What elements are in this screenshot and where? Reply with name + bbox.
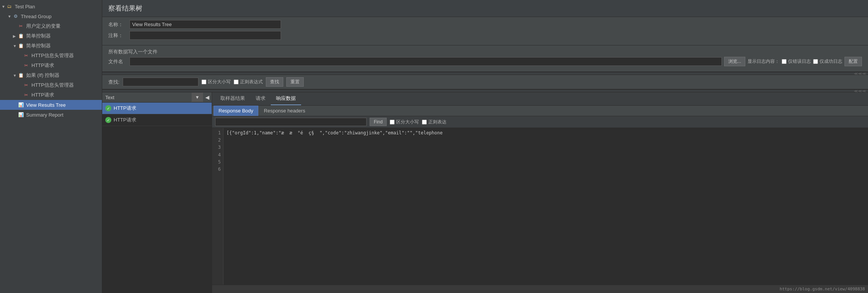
sidebar-item-thread-group[interactable]: ▼ ⚙ Thread Group: [0, 11, 102, 21]
request-item[interactable]: ✓ HTTP请求: [102, 114, 212, 126]
sidebar-item-simple-ctrl-1[interactable]: ▶ 📋 简单控制器: [0, 31, 102, 41]
sub-tab-response-headers[interactable]: Response headers: [259, 106, 310, 116]
sidebar-item-http-req-2[interactable]: ✂ HTTP请求: [0, 90, 102, 100]
tab-response-data[interactable]: 响应数据: [271, 92, 301, 105]
sidebar-item-http-header-1[interactable]: ✂ HTTP信息头管理器: [0, 51, 102, 61]
sidebar-item-label: HTTP信息头管理器: [31, 52, 74, 59]
name-label: 名称：: [108, 21, 127, 28]
dropdown-row: Text HTML JSON XML ▼ ◀: [102, 92, 212, 103]
http-req-icon: ✂: [23, 92, 30, 98]
file-label: 文件名: [108, 58, 127, 65]
log-label: 显示日志内容：: [748, 58, 779, 65]
arrow-icon: [13, 113, 17, 117]
file-input[interactable]: [130, 57, 722, 66]
arrow-icon: [18, 64, 23, 68]
arrow-icon: ▶: [13, 34, 17, 38]
request-list: ✓ HTTP请求 ✓ HTTP请求: [102, 103, 212, 293]
response-case-checkbox[interactable]: [390, 120, 395, 125]
response-content[interactable]: [{"orgId":1,"name":"æ æ °é ç§ ","code":"…: [223, 128, 868, 285]
browse-button[interactable]: 浏览...: [724, 57, 745, 66]
results-area: Text HTML JSON XML ▼ ◀ ✓ HTTP请求 ✓ HTTP请求: [102, 92, 868, 293]
status-bar-text: https://blog.gsdm.net/view/4098838: [780, 287, 865, 291]
request-name: HTTP请求: [114, 105, 136, 112]
sidebar-item-label: 简单控制器: [26, 33, 51, 39]
search-label: 查找:: [108, 79, 120, 86]
sidebar-item-label: Summary Report: [26, 112, 63, 118]
response-case-label[interactable]: 区分大小写: [396, 119, 419, 125]
response-body: 1 2 3 4 5 6 [{"orgId":1,"name":"æ æ °é ç…: [212, 128, 868, 285]
error-log-label[interactable]: 仅错误日志: [788, 58, 811, 65]
arrow-icon: ▼: [13, 73, 17, 78]
sidebar-item-user-vars[interactable]: ✂ 用户定义的变量: [0, 21, 102, 31]
sub-tab-response-body[interactable]: Response Body: [214, 106, 258, 116]
response-find-button[interactable]: Find: [370, 118, 387, 126]
dropdown-arrow-button[interactable]: ▼: [192, 93, 203, 102]
sidebar-item-test-plan[interactable]: ▼ 🗂 Test Plan: [0, 2, 102, 11]
status-ok-icon: ✓: [105, 117, 111, 123]
divider-bar-1: ≪≪≪: [102, 72, 868, 75]
regex-label[interactable]: 正则表达式: [240, 79, 263, 85]
error-log-checkbox[interactable]: [782, 59, 787, 64]
sidebar-item-label: View Results Tree: [26, 102, 66, 108]
arrow-icon: ▼: [2, 5, 6, 9]
line-num: 4: [214, 151, 221, 159]
regex-checkbox[interactable]: [234, 79, 239, 84]
sidebar-item-summary-report[interactable]: 📊 Summary Report: [0, 110, 102, 120]
line-num: 2: [214, 137, 221, 144]
case-sensitive-checkbox[interactable]: [201, 79, 206, 84]
request-name: HTTP请求: [114, 117, 136, 123]
results-icon: 📊: [17, 101, 24, 108]
arrow-icon: ▼: [13, 44, 17, 48]
sidebar-item-http-header-2[interactable]: ✂ HTTP信息头管理器: [0, 80, 102, 90]
tab-request[interactable]: 请求: [250, 92, 271, 105]
success-log-checkbox[interactable]: [813, 59, 818, 64]
arrow-icon: [13, 24, 17, 28]
line-num: 6: [214, 166, 221, 173]
form-section: 名称： 注释：: [102, 17, 868, 45]
arrow-icon: [18, 93, 23, 97]
sidebar-item-label: Thread Group: [21, 14, 52, 19]
results-left-panel: Text HTML JSON XML ▼ ◀ ✓ HTTP请求 ✓ HTTP请求: [102, 92, 212, 293]
find-button[interactable]: 查找: [266, 77, 283, 87]
main-panel: 察看结果树 名称： 注释： 所有数据写入一个文件 文件名 浏览... 显示日志内…: [102, 0, 868, 293]
sub-tab-bar: Response Body Response headers: [212, 106, 868, 116]
arrow-icon: [13, 103, 17, 107]
line-num: 5: [214, 159, 221, 166]
tab-sampler-results[interactable]: 取样器结果: [215, 92, 250, 105]
scissors-icon: ✂: [17, 23, 24, 30]
success-log-label[interactable]: 仅成功日志: [820, 58, 842, 65]
sidebar-item-label: HTTP请求: [31, 62, 54, 69]
line-numbers: 1 2 3 4 5 6: [212, 128, 223, 285]
response-regex-checkbox[interactable]: [422, 120, 427, 125]
plan-icon: 🗂: [6, 3, 13, 10]
sidebar-item-label: HTTP请求: [31, 92, 54, 98]
config-button[interactable]: 配置: [845, 57, 862, 66]
arrow-icon: [18, 83, 23, 87]
collapse-button[interactable]: ◀: [203, 92, 212, 102]
sidebar-item-view-results[interactable]: 📊 View Results Tree: [0, 100, 102, 110]
results-right-panel: 取样器结果 请求 响应数据 Response Body Response hea…: [212, 92, 868, 293]
file-section: 所有数据写入一个文件 文件名 浏览... 显示日志内容： 仅错误日志 仅成功日志…: [102, 45, 868, 72]
divider-bar-2: ≪≪≪: [102, 89, 868, 92]
status-ok-icon: ✓: [105, 105, 111, 111]
comment-input[interactable]: [130, 31, 281, 40]
sidebar: ▼ 🗂 Test Plan ▼ ⚙ Thread Group ✂ 用户定义的变量…: [0, 0, 102, 293]
sidebar-item-label: 如果 (If) 控制器: [26, 72, 59, 79]
response-search-input[interactable]: [215, 118, 367, 126]
sidebar-item-http-req-1[interactable]: ✂ HTTP请求: [0, 61, 102, 70]
search-section: 查找: 区分大小写 正则表达式 查找 重置: [102, 75, 868, 89]
view-type-select[interactable]: Text HTML JSON XML: [102, 93, 192, 102]
case-sensitive-label[interactable]: 区分大小写: [208, 79, 231, 85]
status-bar: https://blog.gsdm.net/view/4098838: [212, 285, 868, 293]
response-search-bar: Find 区分大小写 正则表达: [212, 116, 868, 128]
response-regex-label[interactable]: 正则表达: [428, 119, 446, 125]
search-input[interactable]: [123, 78, 198, 86]
sidebar-item-if-ctrl[interactable]: ▼ 📋 如果 (If) 控制器: [0, 70, 102, 80]
gear-icon: ⚙: [12, 13, 19, 20]
reset-button[interactable]: 重置: [286, 77, 304, 87]
request-item[interactable]: ✓ HTTP请求: [102, 103, 212, 114]
sidebar-item-simple-ctrl-2[interactable]: ▼ 📋 简单控制器: [0, 41, 102, 51]
if-ctrl-icon: 📋: [17, 72, 24, 79]
sidebar-item-label: HTTP信息头管理器: [31, 82, 74, 89]
name-input[interactable]: [130, 20, 281, 29]
